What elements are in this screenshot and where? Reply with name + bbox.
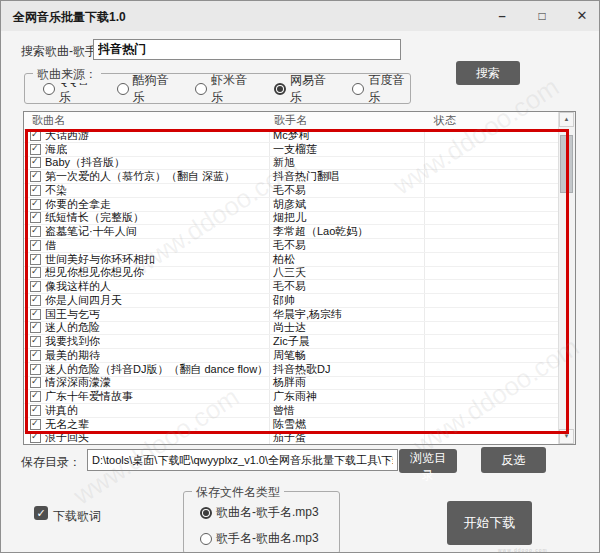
row-checkbox[interactable]	[30, 405, 41, 416]
song-name: 我要找到你	[45, 334, 100, 349]
song-cell: 纸短情长（完整版）	[24, 210, 269, 225]
music-source-radio[interactable]	[117, 83, 129, 95]
filename-type-option[interactable]: 歌曲名-歌手名.mp3	[200, 504, 339, 521]
artist-name: 胡彦斌	[269, 197, 424, 212]
artist-name: 广东雨神	[269, 389, 424, 404]
filename-type-option[interactable]: 歌手名-歌曲名.mp3	[200, 530, 339, 547]
music-source-radio[interactable]	[43, 83, 55, 95]
row-checkbox[interactable]	[30, 295, 41, 306]
maximize-icon[interactable]: □	[527, 5, 557, 27]
song-cell: 无名之辈	[24, 417, 269, 432]
song-cell: 广东十年爱情故事	[24, 389, 269, 404]
music-source-option[interactable]: 酷狗音乐	[117, 72, 175, 106]
row-checkbox[interactable]	[30, 350, 41, 361]
row-checkbox[interactable]	[30, 336, 41, 347]
music-source-radio[interactable]	[195, 83, 207, 95]
music-source-label: 酷狗音乐	[133, 72, 175, 106]
song-cell: 想见你想见你想见你	[24, 265, 269, 280]
row-checkbox[interactable]	[30, 419, 41, 430]
music-source-radio[interactable]	[352, 83, 364, 95]
row-checkbox[interactable]	[30, 240, 41, 251]
song-name: 广东十年爱情故事	[45, 389, 133, 404]
table-row[interactable]: 浪子回头茄子蛋	[24, 432, 559, 445]
row-checkbox[interactable]	[30, 144, 41, 155]
song-cell: 浪子回头	[24, 430, 269, 444]
song-name: 你要的全拿走	[45, 197, 111, 212]
row-checkbox[interactable]	[30, 309, 41, 320]
row-checkbox[interactable]	[30, 364, 41, 375]
song-cell: 像我这样的人	[24, 279, 269, 294]
filename-type-radio[interactable]	[200, 533, 212, 545]
watermark-small: www.ddooo.com	[498, 547, 548, 553]
row-checkbox[interactable]	[30, 130, 41, 141]
close-icon[interactable]: ✕	[567, 5, 597, 27]
song-cell: 我要找到你	[24, 334, 269, 349]
music-source-option[interactable]: 虾米音乐	[195, 72, 253, 106]
song-name: 你是人间四月天	[45, 293, 122, 308]
artist-name: Zic子晨	[269, 334, 424, 349]
song-cell: Baby（抖音版）	[24, 155, 269, 170]
row-checkbox[interactable]	[30, 432, 41, 443]
song-name: 迷人的危险	[45, 320, 100, 335]
invert-selection-button[interactable]: 反选	[481, 447, 546, 473]
filename-type-label: 歌手名-歌曲名.mp3	[216, 530, 319, 547]
row-checkbox[interactable]	[30, 226, 41, 237]
filename-type-radio-selected[interactable]	[200, 507, 212, 519]
music-source-radio-selected[interactable]	[274, 83, 286, 95]
song-cell: 迷人的危险（抖音DJ版）（翻自 dance flow）	[24, 362, 269, 377]
browse-button[interactable]: 浏览目录	[399, 449, 457, 473]
row-checkbox[interactable]	[30, 254, 41, 265]
save-dir-input[interactable]	[87, 449, 398, 471]
row-checkbox[interactable]	[30, 212, 41, 223]
song-cell: 最美的期待	[24, 348, 269, 363]
music-source-option[interactable]: 网易音乐	[274, 72, 332, 106]
row-checkbox[interactable]	[30, 377, 41, 388]
song-name: 情深深雨濛濛	[45, 375, 111, 390]
row-checkbox[interactable]	[30, 281, 41, 292]
song-name: 国王与乞丐	[45, 307, 100, 322]
scroll-up-icon[interactable]	[559, 112, 574, 127]
row-checkbox[interactable]	[30, 322, 41, 333]
song-name: 纸短情长（完整版）	[45, 210, 144, 225]
song-name: 像我这样的人	[45, 279, 111, 294]
row-checkbox[interactable]	[30, 185, 41, 196]
song-name: 借	[45, 238, 56, 253]
row-checkbox[interactable]	[30, 267, 41, 278]
song-name: 第一次爱的人（慕竹京）（翻自 深蓝）	[45, 169, 235, 184]
song-name: 盗墓笔记·十年人间	[45, 224, 137, 239]
header-song: 歌曲名	[24, 113, 269, 128]
start-download-button[interactable]: 开始下载	[447, 501, 532, 545]
titlebar: 全网音乐批量下载1.0 – □ ✕	[1, 1, 599, 31]
scrollbar-thumb[interactable]	[560, 135, 573, 193]
minimize-icon[interactable]: –	[487, 5, 517, 27]
music-source-label: 百度音乐	[368, 72, 410, 106]
search-button[interactable]: 搜索	[456, 61, 520, 85]
artist-name: 毛不易	[269, 238, 424, 253]
row-checkbox[interactable]	[30, 157, 41, 168]
scroll-down-icon[interactable]	[559, 429, 574, 444]
row-checkbox[interactable]	[30, 171, 41, 182]
scrollbar[interactable]	[558, 112, 575, 444]
song-cell: 国王与乞丐	[24, 307, 269, 322]
search-label: 搜索歌曲-歌手	[21, 43, 97, 60]
artist-name: 杨胖雨	[269, 375, 424, 390]
filename-type-label: 歌曲名-歌手名.mp3	[216, 504, 319, 521]
row-checkbox[interactable]	[30, 391, 41, 402]
artist-name: 烟把儿	[269, 210, 424, 225]
search-input[interactable]	[93, 39, 401, 60]
row-checkbox[interactable]	[30, 199, 41, 210]
lyrics-label: 下载歌词	[53, 508, 101, 525]
filename-groupbox: 保存文件名类型 歌曲名-歌手名.mp3歌手名-歌曲名.mp3	[183, 491, 340, 553]
song-cell: 不染	[24, 183, 269, 198]
window-title: 全网音乐批量下载1.0	[13, 9, 126, 26]
save-dir-label: 保存目录：	[21, 454, 81, 471]
song-name: 迷人的危险（抖音DJ版）（翻自 dance flow）	[45, 362, 268, 377]
artist-name: 毛不易	[269, 183, 424, 198]
artist-name: 毛不易	[269, 279, 424, 294]
artist-name: 抖音热歌DJ	[269, 362, 424, 377]
lyrics-checkbox[interactable]: ✓	[34, 506, 48, 520]
artist-name: 茄子蛋	[269, 430, 424, 444]
music-source-option[interactable]: 百度音乐	[352, 72, 410, 106]
artist-name: 华晨宇,杨宗纬	[269, 307, 424, 322]
song-name: 讲真的	[45, 403, 78, 418]
